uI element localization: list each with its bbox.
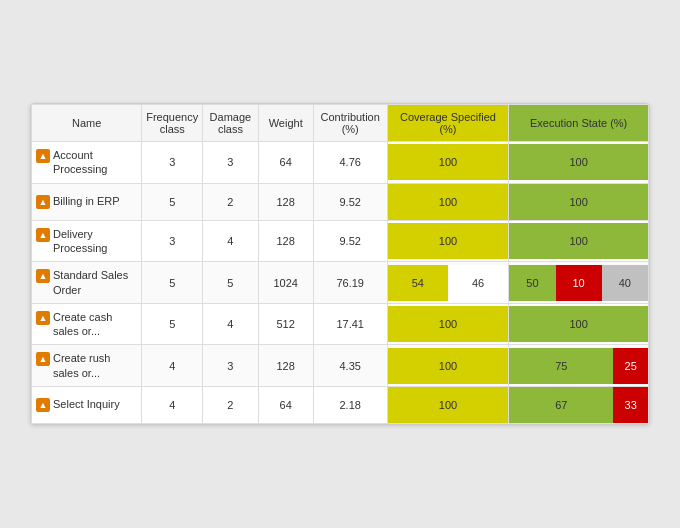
cell-execution: 75 25 bbox=[509, 345, 649, 387]
cell-contribution: 4.76 bbox=[313, 142, 387, 184]
row-name: Create rush sales or... bbox=[53, 351, 137, 380]
name-cell-td: ▲ Account Processing bbox=[32, 142, 142, 184]
row-icon: ▲ bbox=[36, 195, 50, 209]
cell-execution: 100 bbox=[509, 303, 649, 345]
data-table: Name Frequency class Damage class Weight… bbox=[31, 104, 649, 424]
execution-green: 67 bbox=[509, 387, 613, 423]
cell-contribution: 4.35 bbox=[313, 345, 387, 387]
row-icon: ▲ bbox=[36, 228, 50, 242]
cell-coverage: 100 bbox=[387, 183, 509, 220]
table-row: ▲ Create rush sales or... 431284.35100 7… bbox=[32, 345, 649, 387]
row-name: Create cash sales or... bbox=[53, 310, 137, 339]
cell-coverage: 100 bbox=[387, 345, 509, 387]
execution-value: 100 bbox=[509, 306, 648, 342]
cell-damage: 2 bbox=[203, 386, 258, 423]
cell-contribution: 17.41 bbox=[313, 303, 387, 345]
cell-coverage: 100 bbox=[387, 386, 509, 423]
execution-red: 10 bbox=[556, 265, 602, 301]
table-row: ▲ Standard Sales Order 55102476.19 54 46… bbox=[32, 262, 649, 304]
cell-frequency: 5 bbox=[142, 303, 203, 345]
cell-execution: 100 bbox=[509, 183, 649, 220]
cell-coverage: 100 bbox=[387, 220, 509, 262]
header-damage: Damage class bbox=[203, 105, 258, 142]
name-cell-td: ▲ Standard Sales Order bbox=[32, 262, 142, 304]
coverage-white: 46 bbox=[448, 265, 508, 301]
cell-frequency: 3 bbox=[142, 142, 203, 184]
coverage-yellow: 54 bbox=[388, 265, 448, 301]
cell-weight: 512 bbox=[258, 303, 313, 345]
cell-coverage: 100 bbox=[387, 303, 509, 345]
cell-frequency: 4 bbox=[142, 345, 203, 387]
execution-grey: 40 bbox=[602, 265, 648, 301]
table-row: ▲ Create cash sales or... 5451217.411001… bbox=[32, 303, 649, 345]
row-name: Account Processing bbox=[53, 148, 137, 177]
cell-coverage: 54 46 bbox=[387, 262, 509, 304]
cell-execution: 67 33 bbox=[509, 386, 649, 423]
cell-weight: 64 bbox=[258, 142, 313, 184]
table-row: ▲ Delivery Processing 341289.52100100 bbox=[32, 220, 649, 262]
header-weight: Weight bbox=[258, 105, 313, 142]
header-contribution: Contribution (%) bbox=[313, 105, 387, 142]
table-row: ▲ Billing in ERP 521289.52100100 bbox=[32, 183, 649, 220]
name-cell-td: ▲ Delivery Processing bbox=[32, 220, 142, 262]
cell-weight: 128 bbox=[258, 220, 313, 262]
row-icon: ▲ bbox=[36, 352, 50, 366]
cell-contribution: 9.52 bbox=[313, 183, 387, 220]
cell-execution: 50 10 40 bbox=[509, 262, 649, 304]
row-icon: ▲ bbox=[36, 311, 50, 325]
cell-damage: 3 bbox=[203, 345, 258, 387]
row-icon: ▲ bbox=[36, 398, 50, 412]
cell-damage: 3 bbox=[203, 142, 258, 184]
cell-frequency: 5 bbox=[142, 183, 203, 220]
execution-red: 25 bbox=[613, 348, 648, 384]
header-frequency: Frequency class bbox=[142, 105, 203, 142]
cell-execution: 100 bbox=[509, 142, 649, 184]
row-name: Delivery Processing bbox=[53, 227, 137, 256]
coverage-value: 100 bbox=[388, 144, 509, 180]
execution-value: 100 bbox=[509, 184, 648, 220]
cell-contribution: 76.19 bbox=[313, 262, 387, 304]
execution-value: 100 bbox=[509, 223, 648, 259]
row-icon: ▲ bbox=[36, 149, 50, 163]
row-name: Select Inquiry bbox=[53, 397, 120, 411]
name-cell-td: ▲ Select Inquiry bbox=[32, 386, 142, 423]
coverage-value: 100 bbox=[388, 306, 509, 342]
table-row: ▲ Account Processing 33644.76100100 bbox=[32, 142, 649, 184]
row-name: Billing in ERP bbox=[53, 194, 120, 208]
header-execution: Execution State (%) bbox=[509, 105, 649, 142]
main-table-wrapper: Name Frequency class Damage class Weight… bbox=[30, 103, 650, 425]
cell-contribution: 2.18 bbox=[313, 386, 387, 423]
coverage-value: 100 bbox=[388, 348, 509, 384]
name-cell-td: ▲ Create rush sales or... bbox=[32, 345, 142, 387]
row-icon: ▲ bbox=[36, 269, 50, 283]
row-name: Standard Sales Order bbox=[53, 268, 137, 297]
cell-coverage: 100 bbox=[387, 142, 509, 184]
coverage-value: 100 bbox=[388, 184, 509, 220]
table-row: ▲ Select Inquiry 42642.18100 67 33 bbox=[32, 386, 649, 423]
name-cell-td: ▲ Billing in ERP bbox=[32, 183, 142, 220]
cell-frequency: 3 bbox=[142, 220, 203, 262]
coverage-value: 100 bbox=[388, 223, 509, 259]
header-name: Name bbox=[32, 105, 142, 142]
cell-weight: 128 bbox=[258, 345, 313, 387]
cell-frequency: 4 bbox=[142, 386, 203, 423]
execution-green: 75 bbox=[509, 348, 613, 384]
cell-frequency: 5 bbox=[142, 262, 203, 304]
cell-contribution: 9.52 bbox=[313, 220, 387, 262]
cell-damage: 2 bbox=[203, 183, 258, 220]
cell-damage: 5 bbox=[203, 262, 258, 304]
execution-green: 50 bbox=[509, 265, 555, 301]
cell-weight: 1024 bbox=[258, 262, 313, 304]
execution-value: 100 bbox=[509, 144, 648, 180]
cell-weight: 128 bbox=[258, 183, 313, 220]
cell-execution: 100 bbox=[509, 220, 649, 262]
coverage-value: 100 bbox=[388, 387, 509, 423]
header-coverage: Coverage Specified (%) bbox=[387, 105, 509, 142]
name-cell-td: ▲ Create cash sales or... bbox=[32, 303, 142, 345]
execution-red: 33 bbox=[613, 387, 648, 423]
cell-damage: 4 bbox=[203, 303, 258, 345]
cell-damage: 4 bbox=[203, 220, 258, 262]
cell-weight: 64 bbox=[258, 386, 313, 423]
